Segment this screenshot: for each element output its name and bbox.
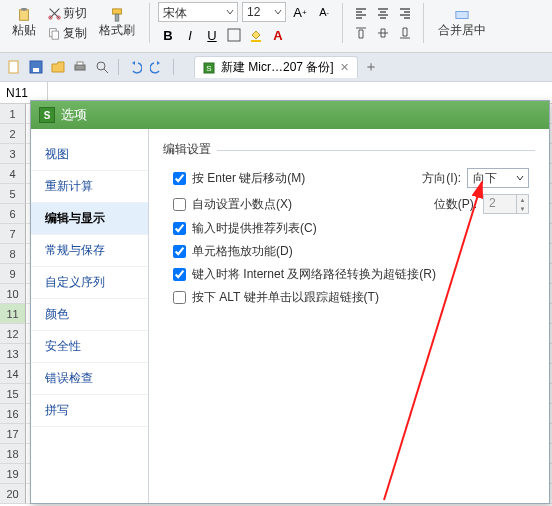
workbook-tab[interactable]: S 新建 Micr…207 备份] ✕ (194, 56, 358, 78)
print-preview-button[interactable] (94, 59, 110, 75)
row-header[interactable]: 2 (0, 124, 26, 144)
copy-button[interactable]: 复制 (46, 24, 89, 43)
checkbox-enter-move[interactable] (173, 172, 186, 185)
align-center-button[interactable] (373, 4, 393, 22)
cut-button[interactable]: 剪切 (46, 4, 89, 23)
bold-button[interactable]: B (158, 26, 178, 44)
row-header[interactable]: 7 (0, 224, 26, 244)
save-button[interactable] (28, 59, 44, 75)
nav-item-custom-lists[interactable]: 自定义序列 (31, 267, 148, 299)
merge-icon (455, 8, 469, 22)
undo-button[interactable] (127, 59, 143, 75)
nav-item-spelling[interactable]: 拼写 (31, 395, 148, 427)
align-left-button[interactable] (351, 4, 371, 22)
valign-middle-button[interactable] (373, 24, 393, 42)
row-header[interactable]: 16 (0, 404, 26, 424)
svg-rect-15 (77, 62, 83, 65)
row-header[interactable]: 10 (0, 284, 26, 304)
ribbon: 粘贴 剪切 复制 格式刷 宋体 12 (0, 0, 552, 53)
increase-font-button[interactable]: A+ (290, 3, 310, 21)
nav-item-general-save[interactable]: 常规与保存 (31, 235, 148, 267)
row-header[interactable]: 15 (0, 384, 26, 404)
label-enter-move: 按 Enter 键后移动(M) (192, 170, 305, 187)
checkbox-auto-decimal[interactable] (173, 198, 186, 211)
valign-top-icon (354, 26, 368, 40)
open-button[interactable] (50, 59, 66, 75)
nav-item-edit-display[interactable]: 编辑与显示 (31, 203, 148, 235)
app-logo-icon: S (39, 107, 55, 123)
row-header[interactable]: 18 (0, 444, 26, 464)
valign-bot-icon (398, 26, 412, 40)
group-edit-settings: 编辑设置 (163, 141, 535, 158)
checkbox-cell-drag[interactable] (173, 245, 186, 258)
underline-button[interactable]: U (202, 26, 222, 44)
nav-item-error-check[interactable]: 错误检查 (31, 363, 148, 395)
row-header[interactable]: 13 (0, 344, 26, 364)
svg-rect-13 (33, 68, 39, 72)
separator (342, 3, 343, 43)
valign-mid-icon (376, 26, 390, 40)
new-button[interactable] (6, 59, 22, 75)
paste-icon (17, 8, 31, 22)
paintbrush-icon (110, 8, 124, 22)
checkbox-suggest-list[interactable] (173, 222, 186, 235)
paste-button[interactable]: 粘贴 (6, 6, 42, 41)
svg-text:S: S (206, 64, 211, 73)
nav-item-color[interactable]: 颜色 (31, 299, 148, 331)
align-right-button[interactable] (395, 4, 415, 22)
row-header[interactable]: 11 (0, 304, 26, 324)
tab-close-button[interactable]: ✕ (340, 61, 349, 74)
label-internet-hyperlink: 键入时将 Internet 及网络路径转换为超链接(R) (192, 266, 436, 283)
format-painter-button[interactable]: 格式刷 (93, 6, 141, 41)
print-button[interactable] (72, 59, 88, 75)
checkbox-internet-hyperlink[interactable] (173, 268, 186, 281)
decrease-font-button[interactable]: A- (314, 3, 334, 21)
redo-button[interactable] (149, 59, 165, 75)
row-header[interactable]: 19 (0, 464, 26, 484)
row-header[interactable]: 14 (0, 364, 26, 384)
valign-bottom-button[interactable] (395, 24, 415, 42)
paste-label: 粘贴 (12, 22, 36, 39)
options-dialog: S 选项 视图 重新计算 编辑与显示 常规与保存 自定义序列 颜色 安全性 错误… (30, 100, 550, 504)
border-button[interactable] (224, 26, 244, 44)
svg-rect-5 (52, 31, 59, 39)
nav-item-security[interactable]: 安全性 (31, 331, 148, 363)
merge-center-button[interactable]: 合并居中 (432, 6, 492, 41)
row-header[interactable]: 6 (0, 204, 26, 224)
nav-item-recalc[interactable]: 重新计算 (31, 171, 148, 203)
printer-icon (73, 60, 87, 74)
places-spinner[interactable]: 2 ▲▼ (483, 194, 529, 214)
row-header[interactable]: 20 (0, 484, 26, 504)
row-header[interactable]: 9 (0, 264, 26, 284)
row-header[interactable]: 3 (0, 144, 26, 164)
quick-access-bar: S 新建 Micr…207 备份] ✕ ＋ (0, 53, 552, 82)
undo-icon (128, 60, 142, 74)
label-alt-click: 按下 ALT 键并单击以跟踪超链接(T) (192, 289, 379, 306)
row-header[interactable]: 12 (0, 324, 26, 344)
dialog-title-bar[interactable]: S 选项 (31, 101, 549, 129)
separator (423, 3, 424, 43)
font-size-select[interactable]: 12 (242, 2, 286, 22)
row-header[interactable]: 17 (0, 424, 26, 444)
spinner-buttons[interactable]: ▲▼ (516, 195, 528, 213)
add-tab-button[interactable]: ＋ (364, 58, 378, 76)
nav-item-view[interactable]: 视图 (31, 139, 148, 171)
font-family-select[interactable]: 宋体 (158, 2, 238, 22)
dialog-pane: 编辑设置 按 Enter 键后移动(M) 方向(I): 向下 自动设置小数点(X… (149, 129, 549, 503)
direction-select[interactable]: 向下 (467, 168, 529, 188)
row-header[interactable]: 1 (0, 104, 26, 124)
dialog-title: 选项 (61, 106, 87, 124)
save-icon (29, 60, 43, 74)
svg-rect-11 (9, 61, 18, 73)
italic-button[interactable]: I (180, 26, 200, 44)
row-header[interactable]: 5 (0, 184, 26, 204)
row-header[interactable]: 8 (0, 244, 26, 264)
fill-color-button[interactable] (246, 26, 266, 44)
row-header[interactable]: 4 (0, 164, 26, 184)
font-color-button[interactable]: A (268, 26, 288, 44)
valign-top-button[interactable] (351, 24, 371, 42)
label-auto-decimal: 自动设置小数点(X) (192, 196, 292, 213)
svg-rect-14 (75, 65, 85, 70)
checkbox-alt-click[interactable] (173, 291, 186, 304)
align-right-icon (398, 6, 412, 20)
